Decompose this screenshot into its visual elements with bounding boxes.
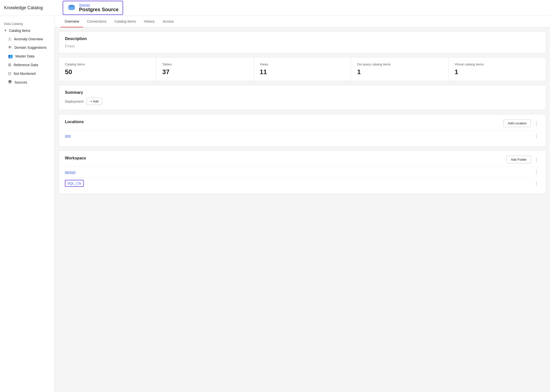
summary-row: Deployment + Add: [65, 98, 540, 105]
stat-value-catalog-items: 50: [65, 68, 150, 76]
add-folder-button[interactable]: Add Folder: [506, 156, 531, 163]
content-area: Description Empty Catalog Items 50 Table…: [55, 27, 550, 198]
top-header: Knowledge Catalog Sources Postgres Sourc…: [0, 0, 550, 16]
stats-row: Catalog Items 50 Tables 37 Views 11 Dsl …: [59, 57, 546, 81]
description-card: Description Empty: [59, 31, 546, 53]
stat-dsl: Dsl query catalog items 1: [351, 57, 449, 81]
locations-actions: Add Location ⋮: [504, 119, 540, 127]
add-location-button[interactable]: Add Location: [504, 119, 531, 127]
stat-value-views: 11: [260, 68, 345, 76]
chevron-down-icon: ▼: [4, 29, 7, 32]
sidebar-item-master-data[interactable]: 👥 Master Data: [0, 52, 54, 60]
stat-views: Views 11: [254, 57, 351, 81]
summary-card: Summary Deployment + Add: [59, 85, 546, 110]
square-icon: ⊡: [8, 71, 11, 76]
workspace-item-sql-cls: SQL_Cls ⋮: [65, 178, 540, 189]
description-empty: Empty: [65, 44, 540, 48]
stat-virtual: Virtual catalog items 1: [449, 57, 546, 81]
stat-label-views: Views: [260, 62, 345, 66]
tabs-bar: Overview Connections Catalog Items Histo…: [55, 16, 550, 27]
stat-catalog-items: Catalog Items 50: [59, 57, 156, 81]
workspace-link-person[interactable]: person: [65, 170, 76, 174]
locations-title: Locations: [65, 120, 84, 124]
sidebar-label-domain: Domain Suggestions: [14, 46, 46, 49]
sidebar-label-master: Master Data: [15, 54, 34, 58]
sidebar-label-sources: Sources: [14, 80, 27, 84]
app-title: Knowledge Catalog: [4, 5, 59, 10]
workspace-person-more-icon[interactable]: ⋮: [533, 169, 540, 176]
location-link-one[interactable]: one: [65, 134, 71, 138]
workspace-header-row: Workspace Add Folder ⋮: [65, 156, 540, 163]
stat-label-dsl: Dsl query catalog items: [357, 62, 442, 66]
sources-breadcrumb-link[interactable]: Sources: [79, 3, 119, 7]
sidebar-item-not-monitored[interactable]: ⊡ Not Monitored: [0, 69, 54, 78]
sidebar-item-reference-data[interactable]: ⊞ Reference Data: [0, 60, 54, 69]
source-title: Postgres Source: [79, 7, 119, 12]
sidebar-label-not-monitored: Not Monitored: [14, 72, 36, 76]
workspace-sql-cls-more-icon[interactable]: ⋮: [533, 180, 540, 187]
locations-header-row: Locations Add Location ⋮: [65, 119, 540, 127]
main-content: Overview Connections Catalog Items Histo…: [55, 16, 550, 392]
add-deployment-button[interactable]: + Add: [87, 98, 102, 105]
stat-label-virtual: Virtual catalog items: [455, 62, 540, 66]
workspace-actions: Add Folder ⋮: [506, 156, 540, 163]
main-layout: Data Catalog ▼ Catalog Items ⚠ Anomaly O…: [0, 16, 550, 392]
summary-title: Summary: [65, 90, 540, 95]
deployment-label: Deployment: [65, 99, 84, 103]
catalog-items-group-label: Catalog Items: [9, 29, 30, 33]
database-icon: [8, 80, 12, 85]
locations-more-icon[interactable]: ⋮: [533, 120, 540, 127]
stat-value-tables: 37: [162, 68, 248, 76]
stat-tables: Tables 37: [156, 57, 254, 81]
workspace-card: Workspace Add Folder ⋮ person ⋮ SQL_Cls …: [59, 150, 546, 194]
stat-value-dsl: 1: [357, 68, 442, 76]
eye-icon: 👁: [8, 45, 12, 50]
tab-catalog-items[interactable]: Catalog Items: [110, 16, 140, 27]
tab-history[interactable]: History: [140, 16, 159, 27]
workspace-more-icon[interactable]: ⋮: [533, 156, 540, 163]
location-item-one: one ⋮: [65, 130, 540, 141]
tab-connections[interactable]: Connections: [83, 16, 110, 27]
stat-label-catalog-items: Catalog Items: [65, 62, 150, 66]
sidebar-label-reference: Reference Data: [14, 63, 38, 67]
tab-access[interactable]: Access: [159, 16, 178, 27]
warning-icon: ⚠: [8, 37, 11, 41]
source-header-card: Sources Postgres Source: [63, 1, 123, 15]
description-title: Description: [65, 37, 540, 41]
location-item-more-icon[interactable]: ⋮: [533, 132, 540, 139]
sidebar-item-anomaly-overview[interactable]: ⚠ Anomaly Overview: [0, 35, 54, 43]
catalog-items-group[interactable]: ▼ Catalog Items: [0, 27, 54, 35]
source-icon: [67, 3, 76, 12]
workspace-link-sql-cls[interactable]: SQL_Cls: [65, 180, 84, 187]
sidebar-section-title: Data Catalog: [0, 20, 54, 27]
workspace-title: Workspace: [65, 156, 86, 160]
locations-card: Locations Add Location ⋮ one ⋮: [59, 114, 546, 147]
source-header-text: Sources Postgres Source: [79, 3, 119, 12]
stat-label-tables: Tables: [162, 62, 248, 66]
sidebar-item-domain-suggestions[interactable]: 👁 Domain Suggestions: [0, 43, 54, 52]
sidebar-label-anomaly: Anomaly Overview: [14, 37, 43, 41]
sidebar: Data Catalog ▼ Catalog Items ⚠ Anomaly O…: [0, 16, 55, 392]
sidebar-item-sources[interactable]: Sources: [0, 78, 54, 87]
workspace-item-person: person ⋮: [65, 166, 540, 178]
app-container: Knowledge Catalog Sources Postgres Sourc…: [0, 0, 550, 392]
people-icon: 👥: [8, 54, 13, 58]
tab-overview[interactable]: Overview: [61, 16, 83, 27]
table-icon: ⊞: [8, 62, 11, 67]
stat-value-virtual: 1: [455, 68, 540, 76]
